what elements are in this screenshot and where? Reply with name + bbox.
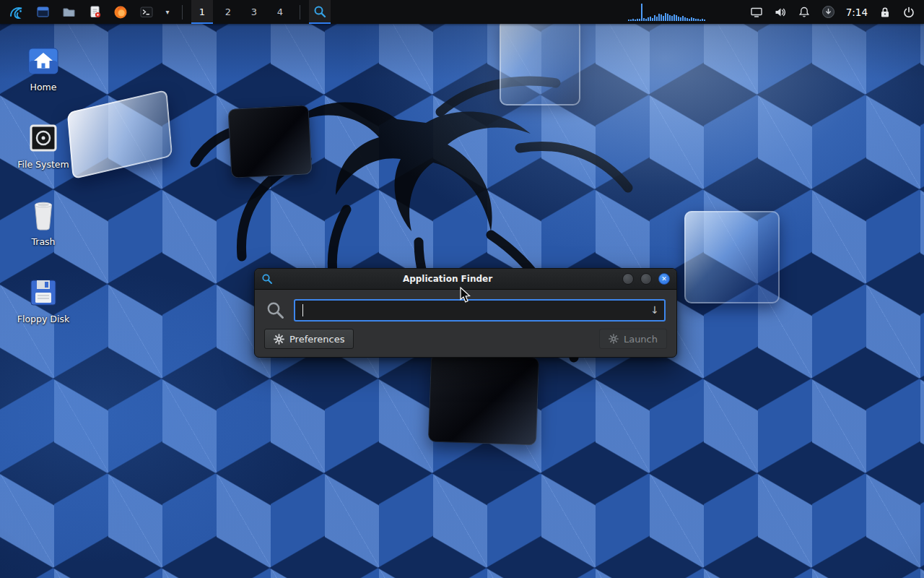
launch-label: Launch [624,334,658,345]
power-icon [902,6,915,19]
entry-dropdown-arrow-icon[interactable]: ↓ [650,303,659,316]
lock-icon [879,6,892,19]
preferences-button[interactable]: Preferences [264,329,354,349]
titlebar-buttons: ✕ [622,273,670,285]
desktop-icon-label: File System [0,159,87,170]
trash-empty-icon [0,197,87,231]
window-app-finder-icon [261,273,273,285]
search-row: ↓ [266,299,666,322]
window-title: Application Finder [279,274,616,284]
file-manager-window-icon [36,5,50,19]
desktop-icon-label: Trash [0,236,87,247]
text-editor-icon [88,5,102,19]
app-finder-panel-button[interactable] [309,0,331,24]
close-button[interactable]: ✕ [658,273,670,285]
file-manager-launcher[interactable] [32,0,53,24]
folder-icon [62,5,76,19]
cpu-graph[interactable] [628,4,735,21]
panel-right-cluster: 7:14 [628,0,918,24]
terminal-icon [139,5,154,20]
firefox-launcher[interactable] [110,0,131,24]
search-entry-wrapper: ↓ [294,299,666,322]
window-body: ↓ Preferences [255,290,676,357]
floppy-disk-icon [0,274,87,309]
home-folder-icon [0,42,87,77]
volume-tray-button[interactable] [774,0,787,24]
gear-icon [274,334,284,345]
panel-separator [300,5,300,20]
top-panel: ▾ 1 2 3 4 [0,0,924,24]
application-finder-window: Application Finder ✕ ↓ [254,268,677,358]
desktop-icon-label: Home [0,82,87,92]
workspace-4-button[interactable]: 4 [269,0,291,24]
action-row: Preferences Launch [264,329,667,349]
search-icon [313,5,327,19]
folder-launcher[interactable] [58,0,79,24]
notifications-tray-button[interactable] [798,0,811,24]
lock-tray-button[interactable] [879,0,892,24]
status-tray-button[interactable] [821,0,835,24]
terminal-launcher[interactable] [136,0,157,24]
preferences-label: Preferences [289,334,344,345]
power-tray-button[interactable] [902,0,915,24]
desktop-icon-floppy-disk[interactable]: Floppy Disk [0,274,87,324]
titlebar[interactable]: Application Finder ✕ [255,269,676,290]
panel-separator [182,5,183,20]
kali-menu-icon [9,4,25,20]
status-circle-arrow-icon [821,5,835,19]
bell-icon [798,6,811,19]
chevron-down-icon: ▾ [165,8,169,16]
desktop-icon-trash[interactable]: Trash [0,197,87,247]
desktop-icon-home[interactable]: Home [0,42,87,92]
kali-menu-button[interactable] [6,0,27,24]
launch-gear-icon [609,334,619,344]
file-system-drive-icon [0,119,87,154]
desktop-icon-label: Floppy Disk [0,314,87,324]
workspace-3-button[interactable]: 3 [243,0,265,24]
launch-button[interactable]: Launch [599,329,667,349]
panel-left-cluster: ▾ 1 2 3 4 [6,0,331,24]
workspace-2-button[interactable]: 2 [217,0,239,24]
close-icon: ✕ [661,276,667,282]
volume-icon [774,6,787,19]
workspace-1-button[interactable]: 1 [191,0,213,24]
text-caret [302,304,303,316]
firefox-icon [113,5,128,20]
desktop-icon-file-system[interactable]: File System [0,119,87,170]
search-icon [266,301,285,320]
terminal-dropdown-button[interactable]: ▾ [162,0,173,24]
maximize-button[interactable] [640,273,652,285]
search-input[interactable] [294,299,666,322]
text-editor-launcher[interactable] [84,0,105,24]
minimize-button[interactable] [622,273,634,285]
clock[interactable]: 7:14 [846,7,868,18]
display-power-tray-button[interactable] [750,0,763,24]
display-power-icon [750,6,763,19]
